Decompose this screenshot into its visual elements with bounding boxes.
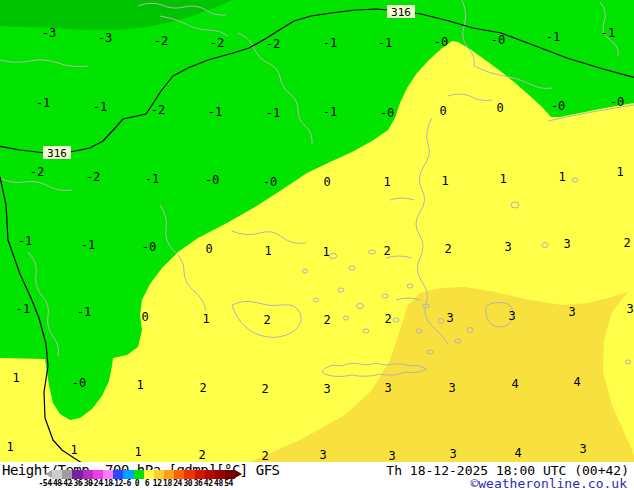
colorbar-tick: 6: [145, 479, 149, 488]
weather-map: 316316 -3-3-2-2-2-1-1-0-0-1-1-1-1-2-1-1-…: [0, 0, 634, 462]
colorbar-cell: [93, 470, 103, 479]
temp-value-label: 2: [383, 244, 390, 258]
temp-value-label: -2: [151, 103, 165, 117]
temp-value-label: 1: [6, 440, 13, 454]
temp-value-label: -2: [86, 170, 100, 184]
temperature-colorbar: [45, 470, 242, 479]
colorbar-cell: [154, 470, 164, 479]
temp-value-label: 0: [323, 175, 330, 189]
temp-value-label: 2: [384, 312, 391, 326]
temp-value-label: 3: [323, 382, 330, 396]
temp-value-label: -1: [16, 302, 30, 316]
temp-value-label: -1: [601, 26, 615, 40]
colorbar-cell: [113, 470, 123, 479]
temp-value-label: -3: [42, 26, 56, 40]
colorbar-cell: [72, 470, 82, 479]
colorbar-tick: 54: [224, 479, 233, 488]
temp-value-label: -1: [36, 96, 50, 110]
temp-value-label: -1: [145, 172, 159, 186]
temp-value-label: -0: [72, 376, 86, 390]
colorbar-cell: [174, 470, 184, 479]
temp-value-label: -0: [263, 175, 277, 189]
temp-value-label: 3: [319, 448, 326, 462]
colorbar-cell: [123, 470, 133, 479]
temp-value-label: 3: [626, 302, 633, 316]
temp-value-label: 1: [134, 445, 141, 459]
colorbar-cell: [83, 470, 93, 479]
temp-value-label: 3: [449, 447, 456, 461]
temp-value-label: -0: [610, 95, 624, 109]
colorbar-cell: [164, 470, 174, 479]
temp-value-label: 0: [496, 101, 503, 115]
colorbar-tick: 48: [214, 479, 223, 488]
colorbar-cell: [225, 470, 235, 479]
temp-value-label: 2: [261, 382, 268, 396]
colorbar-cell: [52, 470, 62, 479]
temp-value-label: 2: [623, 236, 630, 250]
temp-value-label: 0: [439, 104, 446, 118]
temp-value-label: 3: [388, 449, 395, 462]
colorbar-cell: [195, 470, 205, 479]
colorbar-tick-labels: -54-48-42-36-30-24-18-12-606121824303642…: [45, 479, 245, 488]
temp-value-label: 3: [508, 309, 515, 323]
colorbar-tick: -12: [110, 479, 123, 488]
colorbar-tick: 24: [173, 479, 182, 488]
contour-height-label: 316: [47, 147, 67, 160]
temp-value-label: -1: [266, 106, 280, 120]
temp-value-label: -0: [434, 35, 448, 49]
colorbar-cell: [205, 470, 215, 479]
temp-value-label: -2: [210, 36, 224, 50]
temp-value-label: 3: [448, 381, 455, 395]
colorbar-tick: 30: [183, 479, 192, 488]
temp-value-label: 3: [446, 311, 453, 325]
contour-height-label: 316: [391, 6, 411, 19]
temp-value-label: 2: [198, 448, 205, 462]
temp-value-label: 1: [616, 165, 623, 179]
weather-map-page: 316316 -3-3-2-2-2-1-1-0-0-1-1-1-1-2-1-1-…: [0, 0, 634, 490]
colorbar-tick: 0: [135, 479, 139, 488]
temp-value-label: 2: [263, 313, 270, 327]
temp-value-label: -0: [142, 240, 156, 254]
temp-value-label: 1: [322, 245, 329, 259]
temp-value-label: 2: [444, 242, 451, 256]
temp-value-label: 1: [70, 443, 77, 457]
temp-value-label: 0: [141, 310, 148, 324]
colorbar-tick: 36: [194, 479, 203, 488]
temp-value-label: 1: [136, 378, 143, 392]
temp-value-label: -1: [93, 100, 107, 114]
temp-value-label: 3: [384, 381, 391, 395]
colorbar-tick: 42: [204, 479, 213, 488]
temp-value-label: -3: [98, 31, 112, 45]
colorbar-cell: [144, 470, 154, 479]
temp-value-label: 4: [573, 375, 580, 389]
temp-value-label: -1: [546, 30, 560, 44]
temp-value-label: 3: [568, 305, 575, 319]
copyright-link[interactable]: ©weatheronline.co.uk: [470, 476, 627, 490]
map-footer: Height/Temp. 700 hPa [gdmp][°C] GFS Th 1…: [0, 462, 634, 490]
temp-value-label: 1: [264, 244, 271, 258]
temp-value-label: 3: [563, 237, 570, 251]
colorbar-right-arrow: [235, 470, 242, 478]
temp-value-label: 1: [202, 312, 209, 326]
temp-value-label: 2: [199, 381, 206, 395]
colorbar-cell: [103, 470, 113, 479]
temp-value-label: -1: [323, 105, 337, 119]
colorbar-cell: [184, 470, 194, 479]
temp-value-label: 4: [511, 377, 518, 391]
temp-value-label: 1: [441, 174, 448, 188]
temp-value-label: 1: [499, 172, 506, 186]
colorbar-tick: 18: [163, 479, 172, 488]
temp-value-label: -2: [30, 165, 44, 179]
temp-value-label: 4: [514, 446, 521, 460]
temp-value-label: -0: [491, 33, 505, 47]
temp-value-label: -1: [77, 305, 91, 319]
colorbar-tick: -6: [122, 479, 131, 488]
temp-value-label: 3: [579, 442, 586, 456]
colorbar-cell: [62, 470, 72, 479]
temp-value-label: 1: [558, 170, 565, 184]
temp-value-label: -1: [323, 36, 337, 50]
colorbar-cell: [134, 470, 144, 479]
temp-value-label: 3: [504, 240, 511, 254]
temp-value-label: 2: [261, 449, 268, 462]
temp-value-label: -1: [81, 238, 95, 252]
